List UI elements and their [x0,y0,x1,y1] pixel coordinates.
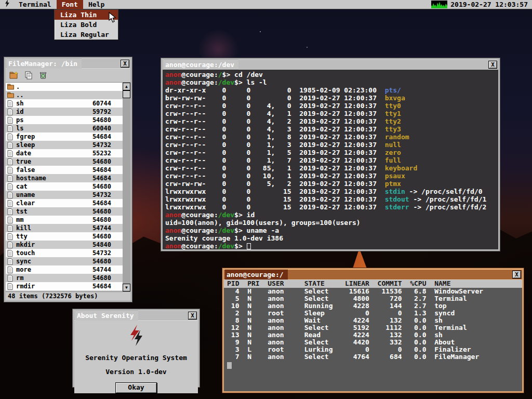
file-icon [7,150,16,157]
scroll-up-icon[interactable]: ▲ [123,83,130,90]
file-row-tst[interactable]: tst54680 [6,207,123,216]
file-icon [7,225,16,232]
file-name: tty [16,233,79,240]
file-row-more[interactable]: more54744 [6,265,123,274]
file-icon [7,100,16,107]
filemanager-close-button[interactable]: X [121,60,129,68]
terminal-line: crw-r--r-- 0 0 1, 8 2019-02-27 12:00:37 … [165,133,496,141]
file-size: 54732 [79,141,111,149]
file-size: 54684 [79,166,111,174]
trash-icon[interactable] [38,71,48,80]
file-icon [7,142,16,149]
file-size: 54744 [79,224,111,232]
file-row-sleep[interactable]: sleep54732 [6,141,123,149]
about-titlebar[interactable]: About Serenity X [74,311,198,321]
file-size: 54684 [79,283,111,290]
serenity-lightning-logo-icon [126,324,147,349]
scrollbar-thumb[interactable] [123,90,130,98]
file-row-ls[interactable]: ls60040 [6,124,123,132]
about-os-name: Serenity Operating System [85,354,187,362]
file-row-mm[interactable]: mm54680 [6,216,123,224]
file-row-rmdir[interactable]: rmdir54684 [6,282,123,290]
terminal-line: dr-xr-xr-x 0 0 0 1985-02-09 02:23:00 pts… [165,86,496,94]
menu-font[interactable]: Font [57,0,83,9]
terminal-line: anon@courage:/dev$> uname -a [165,227,496,234]
menu-terminal[interactable]: Terminal [14,0,57,9]
file-row-fgrep[interactable]: fgrep54684 [6,132,123,141]
process-row-terminal: 5 N anon Select 4800 720 2.7 Terminal [224,295,522,302]
okay-button[interactable]: Okay [115,382,157,393]
file-row-dot[interactable]: . [6,83,123,91]
file-icon [7,267,16,273]
file-size: 54680 [79,258,111,265]
about-close-button[interactable]: X [188,312,197,320]
file-row-dotdot[interactable]: .. [6,91,123,99]
file-name: rmdir [16,283,79,290]
terminal-line: crw-r--r-- 0 0 4, 3 2019-02-27 12:00:37 … [165,125,496,133]
file-row-true[interactable]: true54680 [6,157,123,166]
cpu-graph-icon [431,1,447,8]
file-size: 54680 [79,183,111,190]
file-row-hostname[interactable]: hostname54684 [6,174,123,182]
system-menubar: TerminalFontHelp 2019-02-27 12:03:57 [0,0,532,9]
file-row-rm[interactable]: rm54680 [6,274,123,282]
terminal-line: Serenity courage 1.0-dev i386 [165,234,496,242]
file-row-tty[interactable]: tty54680 [6,232,123,241]
file-name: mkdir [16,241,79,248]
scroll-down-icon[interactable]: ▼ [123,284,130,291]
file-row-touch[interactable]: touch54732 [6,249,123,257]
file-name: sleep [16,141,79,149]
file-row-sync[interactable]: sync54680 [6,257,123,265]
terminal-line: crw-r--r-- 0 0 4, 0 2019-02-27 12:00:37 … [165,102,496,110]
file-size: 54684 [79,175,111,182]
file-row-cat[interactable]: cat54680 [6,182,123,191]
file-name: touch [16,249,79,257]
file-row-mkdir[interactable]: mkdir54840 [6,241,123,249]
file-icon [7,275,16,282]
filemanager-file-list: ...sh60744id59792ps54680ls60040fgrep5468… [6,82,130,291]
process-row-sh: 8 N anon Wait 4224 132 0.0 sh [224,317,522,324]
menu-help[interactable]: Help [83,0,110,9]
file-icon [7,117,16,124]
process-terminal-window: anon@courage:/ X PID PRI USER STATE LINE… [222,268,524,393]
file-size: 54680 [79,116,111,124]
filemanager-title: FileManager: /bin [7,59,82,69]
copy-icon[interactable] [23,71,34,80]
filemanager-scrollbar[interactable]: ▲ ▼ [123,83,130,291]
file-size: 54680 [79,274,111,282]
terminal-dev-output[interactable]: anon@courage:/$> cd /devanon@courage:/de… [163,70,498,249]
file-row-clear[interactable]: clear54684 [6,199,123,207]
filemanager-titlebar[interactable]: FileManager: /bin X [6,59,130,69]
filemanager-window: FileManager: /bin X ...sh60744id59792ps5… [4,57,132,302]
process-window-titlebar[interactable]: anon@courage:/ X [224,270,522,280]
file-row-uname[interactable]: uname54732 [6,191,123,199]
file-row-sh[interactable]: sh60744 [6,99,123,108]
terminal-cursor [247,243,251,249]
file-row-ps[interactable]: ps54680 [6,116,123,124]
terminal-line: brw-rw-rw- 0 0 0 2019-02-27 12:00:37 bxv… [165,94,496,102]
file-size: 54732 [79,191,111,198]
file-row[interactable] [6,290,123,291]
file-icon [7,192,16,198]
file-row-date[interactable]: date55232 [6,149,123,157]
process-row-top: 10 N anon Running 4228 144 2.7 top [224,302,522,310]
file-row-id[interactable]: id59792 [6,108,123,116]
process-window-close-button[interactable]: X [512,271,521,278]
file-icon [7,258,16,265]
terminal-line: lrwxrwxrwx 0 0 15 2019-02-27 12:00:37 st… [165,203,496,211]
file-name: kill [16,224,79,232]
terminal-line: crw-r--r-- 0 0 1, 7 2019-02-27 12:00:37 … [165,156,496,164]
process-table[interactable]: PID PRI USER STATE LINEAR COMMIT %CPU NA… [224,280,522,391]
process-row-windowserver: 4 H anon Select 15616 11536 6.8 WindowSe… [224,288,522,295]
file-row-false[interactable]: false54684 [6,166,123,174]
terminal-dev-close-button[interactable]: X [488,61,497,69]
file-icon [7,233,16,240]
terminal-dev-titlebar[interactable]: anon@courage:/dev X [163,60,498,70]
file-name: sync [16,258,79,265]
file-size: 54732 [79,249,111,257]
file-row-kill[interactable]: kill54744 [6,224,123,232]
system-logo-lightning-icon[interactable] [0,0,14,10]
file-size: 55232 [79,150,111,157]
new-folder-icon[interactable] [9,71,19,80]
font-menu-item-liza-regular[interactable]: Liza Regular [55,30,118,39]
